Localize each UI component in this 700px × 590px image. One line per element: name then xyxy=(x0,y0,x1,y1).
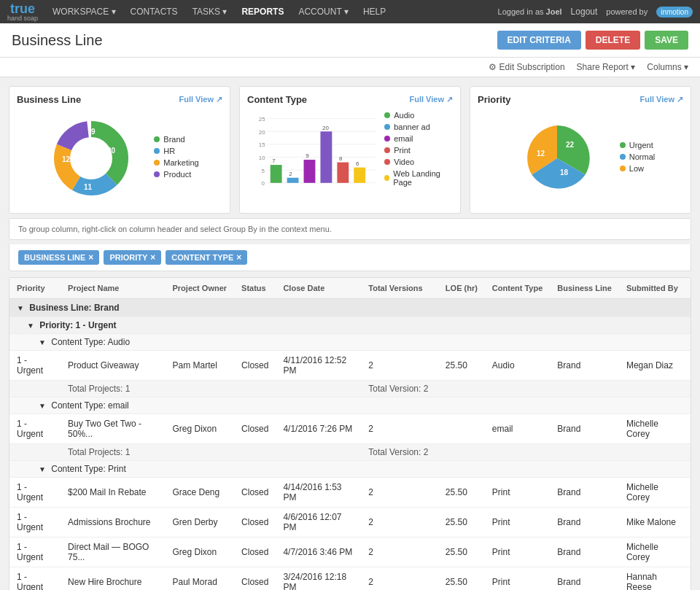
svg-text:5: 5 xyxy=(261,168,265,174)
nav-tasks[interactable]: TASKS ▾ xyxy=(192,7,228,17)
sub-group-row-urgent: ▼ Priority: 1 - Urgent xyxy=(9,317,691,334)
business-line-full-view[interactable]: Full View ↗ xyxy=(179,95,222,104)
svg-text:18: 18 xyxy=(560,168,569,176)
logged-in-label: Logged in as Joel xyxy=(498,7,562,16)
filter-chip-business-line: BUSINESS LINE × xyxy=(18,250,99,265)
pie-svg: 22 18 12 xyxy=(506,111,608,206)
svg-text:10: 10 xyxy=(259,155,265,161)
edit-criteria-button[interactable]: EDIT CRITERIA xyxy=(497,31,581,50)
bar-chart-container: 25 20 15 10 5 0 7 2 9 xyxy=(247,111,453,198)
info-bar: To group column, right-click on column h… xyxy=(9,218,691,240)
remove-content-type-filter[interactable]: × xyxy=(236,252,241,263)
logo-true-text: true xyxy=(10,2,35,15)
svg-text:12: 12 xyxy=(537,150,545,158)
svg-rect-28 xyxy=(337,163,349,183)
table-row: 1 - Urgent Product Giveaway Pam Martel C… xyxy=(9,351,691,381)
svg-rect-20 xyxy=(271,165,282,183)
nav-right: Logged in as Joel Logout powered by inmo… xyxy=(498,7,693,18)
save-button[interactable]: SAVE xyxy=(645,31,688,50)
table-row: 1 - Urgent New Hire Brochure Paul Morad … xyxy=(9,567,691,591)
table-body: ▼ Business Line: Brand ▼ Priority: 1 - U… xyxy=(9,299,691,591)
priority-chart: Priority Full View ↗ 22 18 12 Urgent Nor… xyxy=(470,86,691,214)
svg-rect-24 xyxy=(304,160,316,183)
header-buttons: EDIT CRITERIA DELETE SAVE xyxy=(497,31,688,50)
remove-priority-filter[interactable]: × xyxy=(150,252,155,263)
col-business-line[interactable]: Business Line xyxy=(550,278,619,299)
svg-text:11: 11 xyxy=(84,183,93,191)
priority-full-view[interactable]: Full View ↗ xyxy=(639,95,683,104)
edit-subscription-link[interactable]: ⚙ Edit Subscription xyxy=(489,62,564,72)
table-row: 1 - Urgent Admissions Brochure Gren Derb… xyxy=(9,508,691,537)
svg-text:15: 15 xyxy=(259,141,265,148)
content-group-email: ▼ Content Type: email xyxy=(9,397,691,414)
filter-chip-content-type: CONTENT TYPE × xyxy=(166,250,247,265)
svg-text:12: 12 xyxy=(62,155,71,163)
svg-text:2: 2 xyxy=(289,171,292,177)
donut-chart-container: 12 20 11 9 Brand HR Marketing Product xyxy=(17,111,222,206)
svg-text:20: 20 xyxy=(259,129,265,136)
table-row: 1 - Urgent $200 Mail In Rebate Grace Den… xyxy=(9,478,691,508)
logo: true hand soap xyxy=(7,2,38,22)
donut-legend: Brand HR Marketing Product xyxy=(154,135,198,182)
svg-text:9: 9 xyxy=(91,128,96,136)
table-header: Priority Project Name Project Owner Stat… xyxy=(9,278,691,299)
bar-legend: Audio banner ad email Print Video Web La… xyxy=(384,111,453,190)
donut-svg: 12 20 11 9 xyxy=(40,111,142,206)
nav-left: true hand soap WORKSPACE ▾ CONTACTS TASK… xyxy=(7,2,386,22)
data-table: Priority Project Name Project Owner Stat… xyxy=(9,278,691,590)
col-total-versions[interactable]: Total Versions xyxy=(361,278,438,299)
content-type-chart-title: Content Type Full View ↗ xyxy=(247,94,453,105)
data-table-wrapper: Priority Project Name Project Owner Stat… xyxy=(9,277,691,590)
svg-text:9: 9 xyxy=(306,152,309,159)
svg-text:8: 8 xyxy=(339,155,343,162)
col-project-name[interactable]: Project Name xyxy=(61,278,165,299)
logo-sub-text: hand soap xyxy=(7,15,38,22)
table-row: 1 - Urgent Direct Mail — BOGO 75... Greg… xyxy=(9,537,691,567)
table-row: 1 - Urgent Buy Two Get Two - 50%... Greg… xyxy=(9,414,691,444)
col-priority[interactable]: Priority xyxy=(9,278,61,299)
nav-account[interactable]: ACCOUNT ▾ xyxy=(298,7,348,17)
svg-text:6: 6 xyxy=(356,160,359,167)
col-status[interactable]: Status xyxy=(234,278,276,299)
inmotion-badge: inmotion xyxy=(656,7,693,18)
powered-by-label: powered by xyxy=(606,7,648,16)
total-row-email: Total Projects: 1 Total Version: 2 xyxy=(9,444,691,461)
svg-text:25: 25 xyxy=(259,116,265,123)
svg-text:0: 0 xyxy=(261,180,265,187)
toolbar: ⚙ Edit Subscription Share Report ▾ Colum… xyxy=(0,58,700,77)
page-header: Business Line EDIT CRITERIA DELETE SAVE xyxy=(0,23,700,58)
pie-chart-container: 22 18 12 Urgent Normal Low xyxy=(478,111,683,206)
nav-contacts[interactable]: CONTACTS xyxy=(131,7,178,17)
content-type-full-view[interactable]: Full View ↗ xyxy=(409,95,453,104)
logout-button[interactable]: Logout xyxy=(571,7,598,17)
nav-reports[interactable]: REPORTS xyxy=(241,7,284,17)
nav-workspace[interactable]: WORKSPACE ▾ xyxy=(52,7,115,17)
priority-legend: Urgent Normal Low xyxy=(620,141,655,176)
svg-rect-26 xyxy=(320,131,332,183)
col-loe[interactable]: LOE (hr) xyxy=(438,278,485,299)
content-group-print: ▼ Content Type: Print xyxy=(9,461,691,478)
filter-chip-priority: PRIORITY × xyxy=(104,250,161,265)
svg-text:22: 22 xyxy=(566,141,575,149)
col-content-type[interactable]: Content Type xyxy=(485,278,550,299)
nav-help[interactable]: HELP xyxy=(363,7,386,17)
total-row-audio: Total Projects: 1 Total Version: 2 xyxy=(9,381,691,397)
charts-row: Business Line Full View ↗ 12 20 11 9 Bra… xyxy=(0,77,700,218)
svg-rect-30 xyxy=(354,168,365,183)
columns-link[interactable]: Columns ▾ xyxy=(647,62,688,72)
svg-rect-22 xyxy=(287,178,299,183)
col-project-owner[interactable]: Project Owner xyxy=(165,278,234,299)
share-report-link[interactable]: Share Report ▾ xyxy=(577,62,636,72)
bar-chart-svg: 25 20 15 10 5 0 7 2 9 xyxy=(247,111,376,198)
svg-text:20: 20 xyxy=(322,125,329,131)
business-line-chart: Business Line Full View ↗ 12 20 11 9 Bra… xyxy=(9,86,230,214)
top-navigation: true hand soap WORKSPACE ▾ CONTACTS TASK… xyxy=(0,0,700,23)
remove-business-line-filter[interactable]: × xyxy=(88,252,93,263)
svg-text:7: 7 xyxy=(272,158,275,164)
content-group-audio: ▼ Content Type: Audio xyxy=(9,334,691,351)
priority-chart-title: Priority Full View ↗ xyxy=(478,94,683,105)
col-submitted-by[interactable]: Submitted By xyxy=(619,278,691,299)
business-line-chart-title: Business Line Full View ↗ xyxy=(17,94,222,105)
delete-button[interactable]: DELETE xyxy=(586,31,640,50)
col-close-date[interactable]: Close Date xyxy=(276,278,361,299)
